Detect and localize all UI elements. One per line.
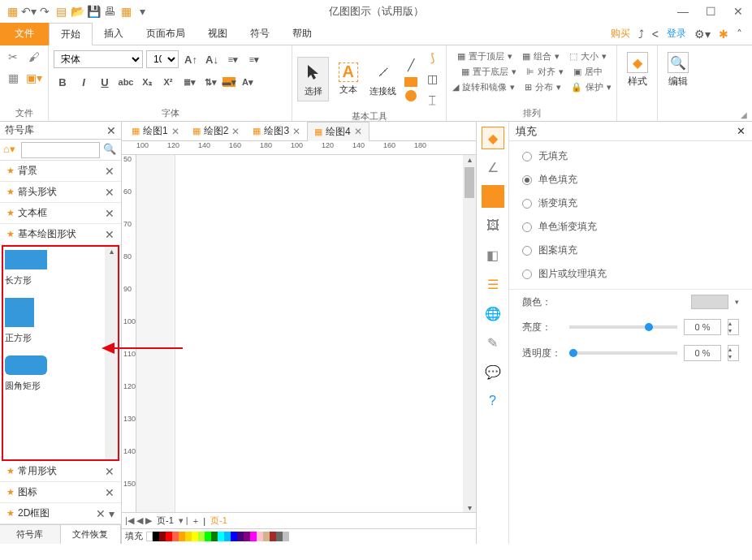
opacity-value[interactable]: 0 %: [684, 345, 721, 361]
shape-item-square[interactable]: 正方形: [5, 298, 116, 344]
rect-tool-icon[interactable]: [404, 77, 417, 87]
size-button[interactable]: ⬚ 大小 ▾: [569, 50, 607, 62]
menu-view[interactable]: 视图: [197, 23, 239, 45]
collapse-ribbon-icon[interactable]: ˄: [737, 28, 742, 41]
tab-file-recovery[interactable]: 文件恢复: [61, 525, 122, 544]
opacity-slider[interactable]: [569, 351, 677, 355]
opt-mono-gradient[interactable]: 单色渐变填充: [522, 220, 739, 234]
highlight-icon[interactable]: ▬▾: [223, 77, 236, 87]
category-background[interactable]: ★背景✕: [0, 161, 121, 182]
export-icon[interactable]: ▦: [119, 4, 133, 19]
page-tab[interactable]: 页-1: [210, 515, 227, 527]
opt-gradient[interactable]: 渐变填充: [522, 196, 739, 210]
maximize-window-icon[interactable]: ☐: [697, 2, 724, 21]
redo-icon[interactable]: ↷: [37, 4, 52, 19]
open-icon[interactable]: 📂: [70, 4, 84, 19]
canvas-vscrollbar[interactable]: ▴▾: [463, 155, 476, 512]
new-doc-icon[interactable]: ▤: [54, 4, 68, 19]
page-selector[interactable]: 页-1: [157, 515, 174, 527]
text-frame-icon[interactable]: ⌶: [423, 91, 441, 109]
brightness-slider[interactable]: [569, 325, 677, 329]
align-top-icon[interactable]: ≡▾: [245, 50, 263, 68]
minimize-window-icon[interactable]: —: [669, 2, 697, 21]
strikethrough-icon[interactable]: abc: [117, 73, 135, 91]
connector-tool[interactable]: ⟋ 连接线: [367, 58, 399, 101]
font-name-select[interactable]: 宋体: [54, 50, 143, 68]
category-arrows[interactable]: ★箭头形状✕: [0, 182, 121, 203]
add-page-button[interactable]: +: [193, 516, 198, 526]
bullets-icon[interactable]: ≣▾: [180, 73, 198, 91]
search-icon[interactable]: 🔍: [103, 143, 118, 157]
category-basic-shapes[interactable]: ★基本绘图形状✕: [0, 224, 121, 245]
search-input[interactable]: [21, 142, 100, 158]
text-tab-icon[interactable]: ☰: [482, 273, 504, 295]
network-icon[interactable]: <: [652, 28, 659, 41]
menu-help[interactable]: 帮助: [281, 23, 323, 45]
underline-icon[interactable]: U: [96, 73, 114, 91]
file-menu[interactable]: 文件: [0, 23, 49, 45]
home-icon[interactable]: ⌂▾: [3, 143, 18, 157]
menu-pagelayout[interactable]: 页面布局: [135, 23, 197, 45]
tab-symbol-library[interactable]: 符号库: [0, 525, 61, 544]
shape-item-rounded-rect[interactable]: 圆角矩形: [5, 355, 116, 392]
font-size-select[interactable]: 10: [146, 50, 179, 68]
paste-icon[interactable]: ✂: [5, 49, 21, 65]
line-tab-icon[interactable]: ∠: [482, 156, 504, 179]
group-button[interactable]: ▦ 组合 ▾: [522, 50, 560, 62]
line-spacing-icon[interactable]: ⇅▾: [201, 73, 219, 91]
app-suite-icon[interactable]: ✱: [719, 28, 728, 41]
gear-icon[interactable]: ⚙▾: [694, 28, 711, 41]
line-tool-icon[interactable]: ╱: [402, 56, 420, 74]
brightness-spinner[interactable]: ▴▾: [728, 319, 739, 335]
center-button[interactable]: ▣ 居中: [573, 66, 603, 78]
comment-tab-icon[interactable]: 💬: [482, 360, 504, 383]
doc-tab-2[interactable]: ▦绘图2✕: [186, 122, 247, 140]
protect-button[interactable]: 🔒 保护 ▾: [571, 81, 612, 93]
page-nav[interactable]: |◀ ◀ ▶: [125, 515, 152, 526]
opt-solid[interactable]: 单色填充: [522, 173, 739, 187]
bring-front-button[interactable]: ▦ 置于顶层 ▾: [457, 50, 512, 62]
share-icon[interactable]: ⤴: [638, 28, 644, 41]
brightness-value[interactable]: 0 %: [684, 319, 721, 335]
italic-icon[interactable]: I: [75, 73, 93, 91]
edit-tab-icon[interactable]: ✎: [482, 331, 504, 354]
shadow-tab-icon[interactable]: ◧: [482, 243, 504, 266]
grow-font-icon[interactable]: A↑: [182, 50, 200, 68]
help-tab-icon[interactable]: ?: [482, 390, 504, 412]
crop-tool-icon[interactable]: ◫: [423, 70, 441, 88]
buy-link[interactable]: 购买: [611, 27, 630, 41]
login-link[interactable]: 登录: [667, 27, 686, 41]
fill-panel-close-icon[interactable]: ✕: [737, 125, 746, 137]
menu-home[interactable]: 开始: [49, 23, 93, 45]
edit-button[interactable]: 🔍 编辑: [663, 49, 694, 92]
layers-tab-icon[interactable]: 🌐: [482, 302, 504, 325]
opt-picture[interactable]: 图片或纹理填充: [522, 267, 739, 281]
opacity-spinner[interactable]: ▴▾: [728, 345, 739, 361]
arc-tool-icon[interactable]: ⟆: [423, 49, 441, 67]
shape-item-rectangle[interactable]: 长方形: [5, 250, 116, 286]
drawing-canvas[interactable]: ▴▾: [136, 155, 476, 512]
shrink-font-icon[interactable]: A↓: [203, 50, 221, 68]
send-back-button[interactable]: ▦ 置于底层 ▾: [461, 66, 516, 78]
clipboard-icon[interactable]: ▣▾: [26, 70, 42, 86]
brush-icon[interactable]: 🖌: [26, 49, 42, 65]
doc-tab-1[interactable]: ▦绘图1✕: [125, 122, 186, 140]
doc-tab-3[interactable]: ▦绘图3✕: [246, 122, 307, 140]
opt-pattern[interactable]: 图案填充: [522, 243, 739, 257]
fill-tab-icon[interactable]: ◆: [482, 127, 504, 149]
rotate-button[interactable]: ◢ 旋转和镜像 ▾: [452, 81, 515, 93]
close-window-icon[interactable]: ✕: [724, 2, 752, 21]
copy-icon[interactable]: ▦: [5, 70, 21, 86]
select-tool[interactable]: 选择: [297, 57, 329, 101]
qat-menu-icon[interactable]: ▾: [135, 4, 149, 19]
doc-tab-4[interactable]: ▦绘图4✕: [307, 122, 370, 142]
category-textbox[interactable]: ★文本框✕: [0, 203, 121, 224]
menu-insert[interactable]: 插入: [93, 23, 135, 45]
category-common[interactable]: ★常用形状✕: [0, 461, 121, 482]
superscript-icon[interactable]: X²: [159, 73, 177, 91]
align-left-icon[interactable]: ≡▾: [224, 50, 242, 68]
align-button[interactable]: ⊫ 对齐 ▾: [526, 66, 564, 78]
save-icon[interactable]: 💾: [86, 4, 101, 19]
opt-nofill[interactable]: 无填充: [522, 149, 739, 163]
color-swatches[interactable]: [146, 532, 289, 541]
